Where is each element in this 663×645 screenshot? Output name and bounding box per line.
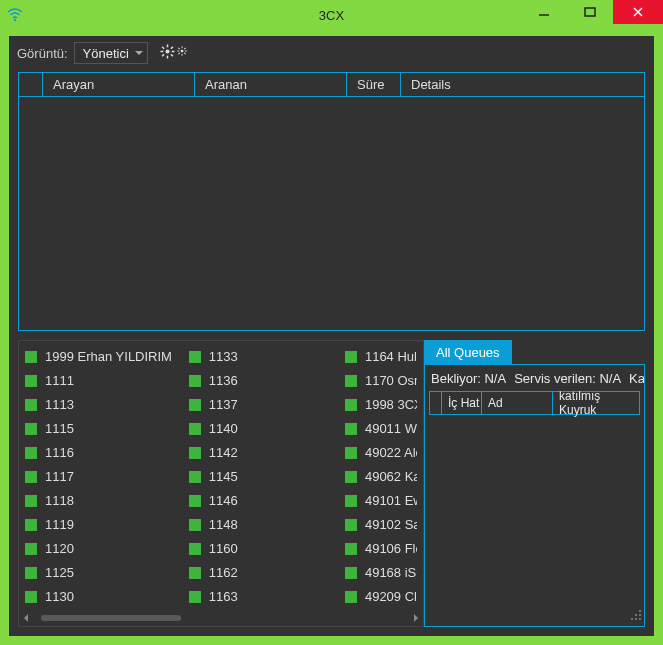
extension-item[interactable]: 49011 Wolfg — [345, 421, 417, 436]
q-col-ext[interactable]: İç Hat — [442, 392, 482, 414]
extension-label: 1999 Erhan YILDIRIM — [45, 349, 172, 364]
extension-item[interactable]: 49209 Claud — [345, 589, 417, 604]
extension-item[interactable]: 1115 — [25, 421, 177, 436]
status-indicator-icon — [189, 447, 201, 459]
extension-label: 49168 iSC E — [365, 565, 417, 580]
svg-rect-9 — [161, 54, 164, 57]
status-indicator-icon — [345, 447, 357, 459]
status-indicator-icon — [189, 399, 201, 411]
col-header-callee[interactable]: Aranan — [195, 73, 347, 97]
extension-item[interactable]: 49168 iSC E — [345, 565, 417, 580]
minimize-button[interactable] — [521, 0, 567, 24]
extension-item[interactable]: 1116 — [25, 445, 177, 460]
extension-item[interactable]: 1136 — [189, 373, 333, 388]
svg-point-11 — [180, 50, 183, 53]
close-button[interactable] — [613, 0, 663, 24]
ext-column-3: 1164 Hulya N1170 Osman1998 3CX TE49011 W… — [339, 349, 423, 610]
extension-label: 1117 — [45, 469, 74, 484]
extension-label: 49101 Ewald — [365, 493, 417, 508]
extension-label: 49102 Sasch — [365, 517, 417, 532]
extension-item[interactable]: 1137 — [189, 397, 333, 412]
scroll-thumb[interactable] — [41, 615, 181, 621]
extension-item[interactable]: 1113 — [25, 397, 177, 412]
status-indicator-icon — [25, 399, 37, 411]
queues-panel: All Queues Bekliyor: N/A Servis verilen:… — [424, 340, 645, 627]
scroll-track[interactable] — [31, 615, 411, 621]
status-indicator-icon — [345, 399, 357, 411]
status-indicator-icon — [25, 351, 37, 363]
extension-item[interactable]: 1145 — [189, 469, 333, 484]
horizontal-scrollbar[interactable] — [21, 612, 421, 624]
extension-item[interactable]: 1125 — [25, 565, 177, 580]
extension-item[interactable]: 1164 Hulya N — [345, 349, 417, 364]
view-label: Görüntü: — [17, 46, 68, 61]
extension-item[interactable]: 1142 — [189, 445, 333, 460]
svg-point-23 — [631, 618, 633, 620]
calls-table-headers: Arayan Aranan Süre Details — [19, 73, 644, 97]
svg-rect-6 — [172, 51, 175, 53]
q-col-name[interactable]: Ad — [482, 392, 553, 414]
gear-icon[interactable] — [160, 44, 175, 62]
status-indicator-icon — [345, 471, 357, 483]
extension-item[interactable]: 1140 — [189, 421, 333, 436]
extension-item[interactable]: 1111 — [25, 373, 177, 388]
col-header-caller[interactable]: Arayan — [43, 73, 195, 97]
extension-item[interactable]: 1117 — [25, 469, 177, 484]
queues-tab[interactable]: All Queues — [424, 340, 512, 364]
stat-lost: Kayıp Çağrı: — [629, 371, 644, 386]
gear-small-icon[interactable] — [177, 44, 187, 62]
svg-rect-4 — [167, 56, 169, 59]
extension-item[interactable]: 49102 Sasch — [345, 517, 417, 532]
status-indicator-icon — [345, 591, 357, 603]
scroll-left-arrow[interactable] — [21, 613, 31, 623]
ext-column-2: 1133113611371140114211451146114811601162… — [183, 349, 339, 610]
q-col-blank[interactable] — [430, 392, 442, 414]
extension-item[interactable]: 1118 — [25, 493, 177, 508]
col-header-blank[interactable] — [19, 73, 43, 97]
queue-table-headers: İç Hat Ad katılmış Kuyruk — [429, 391, 640, 415]
extension-label: 1118 — [45, 493, 74, 508]
chevron-down-icon — [135, 51, 143, 55]
extension-item[interactable]: 49022 Alexa — [345, 445, 417, 460]
scroll-right-arrow[interactable] — [411, 613, 421, 623]
resize-grip-icon[interactable] — [630, 609, 642, 624]
svg-point-24 — [635, 618, 637, 620]
status-indicator-icon — [189, 471, 201, 483]
col-header-duration[interactable]: Süre — [347, 73, 401, 97]
extension-label: 1113 — [45, 397, 74, 412]
status-indicator-icon — [345, 495, 357, 507]
extension-item[interactable]: 1160 — [189, 541, 333, 556]
extension-item[interactable]: 1130 — [25, 589, 177, 604]
stat-waiting: Bekliyor: N/A — [431, 371, 506, 386]
extension-item[interactable]: 1170 Osman — [345, 373, 417, 388]
extension-item[interactable]: 1162 — [189, 565, 333, 580]
q-col-joined[interactable]: katılmış Kuyruk — [553, 392, 639, 414]
status-indicator-icon — [345, 351, 357, 363]
extension-label: 1136 — [209, 373, 238, 388]
window-buttons — [521, 0, 663, 24]
svg-rect-17 — [184, 52, 186, 54]
extension-item[interactable]: 1998 3CX TE — [345, 397, 417, 412]
extension-item[interactable]: 1146 — [189, 493, 333, 508]
extension-label: 1125 — [45, 565, 74, 580]
extension-item[interactable]: 1119 — [25, 517, 177, 532]
status-indicator-icon — [345, 423, 357, 435]
extension-item[interactable]: 1148 — [189, 517, 333, 532]
svg-rect-16 — [178, 47, 180, 49]
extension-item[interactable]: 1999 Erhan YILDIRIM — [25, 349, 177, 364]
svg-point-21 — [635, 614, 637, 616]
extension-item[interactable]: 1163 — [189, 589, 333, 604]
extension-item[interactable]: 49101 Ewald — [345, 493, 417, 508]
extension-item[interactable]: 49062 Karin — [345, 469, 417, 484]
view-select[interactable]: Yönetici — [74, 42, 148, 64]
status-indicator-icon — [25, 543, 37, 555]
extension-item[interactable]: 1133 — [189, 349, 333, 364]
extension-item[interactable]: 49106 Floria — [345, 541, 417, 556]
extension-item[interactable]: 1120 — [25, 541, 177, 556]
svg-rect-1 — [585, 8, 595, 16]
svg-rect-7 — [161, 46, 164, 49]
col-header-details[interactable]: Details — [401, 73, 644, 97]
maximize-button[interactable] — [567, 0, 613, 24]
extension-label: 49062 Karin — [365, 469, 417, 484]
status-indicator-icon — [345, 519, 357, 531]
